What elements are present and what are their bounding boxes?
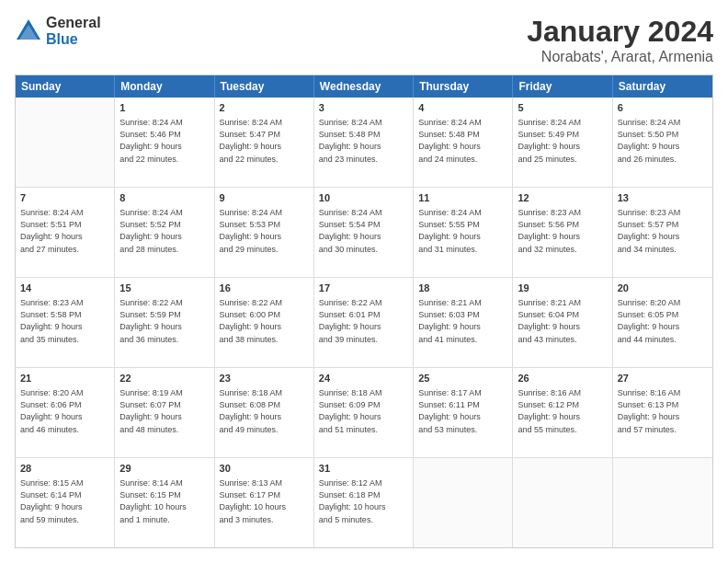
day-number: 23 — [220, 372, 309, 385]
day-number: 15 — [119, 282, 209, 295]
day-number: 18 — [418, 282, 507, 295]
day-info: Sunrise: 8:24 AM Sunset: 5:52 PM Dayligh… — [119, 207, 209, 255]
day-number: 11 — [418, 191, 507, 205]
day-info: Sunrise: 8:22 AM Sunset: 6:01 PM Dayligh… — [319, 297, 408, 345]
header-day-monday: Monday — [115, 75, 214, 98]
logo: General Blue — [15, 15, 101, 47]
day-cell-15: 15Sunrise: 8:22 AM Sunset: 5:59 PM Dayli… — [115, 278, 214, 367]
day-cell-22: 22Sunrise: 8:19 AM Sunset: 6:07 PM Dayli… — [115, 368, 214, 457]
day-info: Sunrise: 8:13 AM Sunset: 6:17 PM Dayligh… — [220, 477, 309, 525]
day-cell-24: 24Sunrise: 8:18 AM Sunset: 6:09 PM Dayli… — [314, 368, 414, 457]
day-number: 17 — [319, 282, 408, 295]
location-title: Norabats', Ararat, Armenia — [527, 49, 713, 65]
logo-general: General — [46, 15, 101, 31]
day-number: 12 — [518, 191, 607, 205]
calendar-body: 1Sunrise: 8:24 AM Sunset: 5:46 PM Daylig… — [16, 98, 712, 547]
day-info: Sunrise: 8:20 AM Sunset: 6:05 PM Dayligh… — [618, 297, 708, 345]
header-day-tuesday: Tuesday — [215, 75, 314, 98]
day-number: 8 — [119, 191, 209, 205]
day-info: Sunrise: 8:24 AM Sunset: 5:51 PM Dayligh… — [20, 207, 109, 255]
day-cell-27: 27Sunrise: 8:16 AM Sunset: 6:13 PM Dayli… — [613, 368, 712, 457]
day-number: 26 — [518, 372, 607, 385]
day-cell-8: 8Sunrise: 8:24 AM Sunset: 5:52 PM Daylig… — [115, 188, 214, 277]
day-number: 21 — [20, 372, 109, 385]
empty-cell-4-6 — [613, 458, 712, 547]
day-number: 20 — [618, 282, 708, 295]
day-cell-13: 13Sunrise: 8:23 AM Sunset: 5:57 PM Dayli… — [613, 188, 712, 277]
week-row-1: 7Sunrise: 8:24 AM Sunset: 5:51 PM Daylig… — [16, 188, 712, 278]
day-info: Sunrise: 8:16 AM Sunset: 6:13 PM Dayligh… — [618, 387, 708, 435]
logo-icon — [15, 17, 42, 45]
week-row-4: 28Sunrise: 8:15 AM Sunset: 6:14 PM Dayli… — [16, 458, 712, 547]
day-number: 16 — [220, 282, 309, 295]
page: General Blue January 2024 Norabats', Ara… — [0, 0, 728, 563]
day-info: Sunrise: 8:18 AM Sunset: 6:08 PM Dayligh… — [220, 387, 309, 435]
day-number: 5 — [518, 101, 607, 115]
month-title: January 2024 — [527, 15, 713, 49]
day-info: Sunrise: 8:24 AM Sunset: 5:55 PM Dayligh… — [418, 207, 507, 255]
day-info: Sunrise: 8:24 AM Sunset: 5:48 PM Dayligh… — [319, 117, 408, 165]
day-cell-30: 30Sunrise: 8:13 AM Sunset: 6:17 PM Dayli… — [215, 458, 314, 547]
day-number: 13 — [618, 191, 708, 205]
day-cell-2: 2Sunrise: 8:24 AM Sunset: 5:47 PM Daylig… — [215, 98, 314, 187]
week-row-0: 1Sunrise: 8:24 AM Sunset: 5:46 PM Daylig… — [16, 98, 712, 188]
day-cell-16: 16Sunrise: 8:22 AM Sunset: 6:00 PM Dayli… — [215, 278, 314, 367]
day-number: 28 — [20, 462, 109, 476]
day-number: 22 — [119, 372, 209, 385]
header: General Blue January 2024 Norabats', Ara… — [15, 15, 713, 65]
day-number: 14 — [20, 282, 109, 295]
day-cell-10: 10Sunrise: 8:24 AM Sunset: 5:54 PM Dayli… — [314, 188, 414, 277]
day-info: Sunrise: 8:24 AM Sunset: 5:49 PM Dayligh… — [518, 117, 607, 165]
title-block: January 2024 Norabats', Ararat, Armenia — [527, 15, 713, 65]
day-number: 24 — [319, 372, 408, 385]
day-number: 6 — [618, 101, 708, 115]
day-info: Sunrise: 8:19 AM Sunset: 6:07 PM Dayligh… — [119, 387, 209, 435]
header-day-friday: Friday — [513, 75, 612, 98]
logo-text: General Blue — [46, 15, 101, 47]
day-info: Sunrise: 8:17 AM Sunset: 6:11 PM Dayligh… — [418, 387, 507, 435]
day-cell-19: 19Sunrise: 8:21 AM Sunset: 6:04 PM Dayli… — [513, 278, 612, 367]
day-number: 31 — [319, 462, 408, 476]
logo-blue: Blue — [46, 31, 101, 48]
day-cell-9: 9Sunrise: 8:24 AM Sunset: 5:53 PM Daylig… — [215, 188, 314, 277]
day-cell-11: 11Sunrise: 8:24 AM Sunset: 5:55 PM Dayli… — [414, 188, 513, 277]
day-number: 9 — [220, 191, 309, 205]
day-number: 2 — [220, 101, 309, 115]
day-info: Sunrise: 8:21 AM Sunset: 6:04 PM Dayligh… — [518, 297, 607, 345]
header-day-sunday: Sunday — [16, 75, 115, 98]
day-info: Sunrise: 8:16 AM Sunset: 6:12 PM Dayligh… — [518, 387, 607, 435]
empty-cell-4-5 — [513, 458, 612, 547]
day-number: 7 — [20, 191, 109, 205]
header-day-saturday: Saturday — [613, 75, 712, 98]
day-cell-20: 20Sunrise: 8:20 AM Sunset: 6:05 PM Dayli… — [613, 278, 712, 367]
empty-cell-0-0 — [16, 98, 115, 187]
week-row-2: 14Sunrise: 8:23 AM Sunset: 5:58 PM Dayli… — [16, 278, 712, 368]
empty-cell-4-4 — [414, 458, 513, 547]
day-info: Sunrise: 8:24 AM Sunset: 5:48 PM Dayligh… — [418, 117, 507, 165]
day-cell-12: 12Sunrise: 8:23 AM Sunset: 5:56 PM Dayli… — [513, 188, 612, 277]
day-info: Sunrise: 8:24 AM Sunset: 5:50 PM Dayligh… — [618, 117, 708, 165]
day-cell-28: 28Sunrise: 8:15 AM Sunset: 6:14 PM Dayli… — [16, 458, 115, 547]
day-info: Sunrise: 8:24 AM Sunset: 5:53 PM Dayligh… — [220, 207, 309, 255]
day-cell-7: 7Sunrise: 8:24 AM Sunset: 5:51 PM Daylig… — [16, 188, 115, 277]
day-cell-31: 31Sunrise: 8:12 AM Sunset: 6:18 PM Dayli… — [314, 458, 414, 547]
day-info: Sunrise: 8:22 AM Sunset: 6:00 PM Dayligh… — [220, 297, 309, 345]
day-cell-21: 21Sunrise: 8:20 AM Sunset: 6:06 PM Dayli… — [16, 368, 115, 457]
day-info: Sunrise: 8:23 AM Sunset: 5:58 PM Dayligh… — [20, 297, 109, 345]
day-info: Sunrise: 8:12 AM Sunset: 6:18 PM Dayligh… — [319, 477, 408, 525]
day-info: Sunrise: 8:24 AM Sunset: 5:46 PM Dayligh… — [119, 117, 209, 165]
day-info: Sunrise: 8:24 AM Sunset: 5:47 PM Dayligh… — [220, 117, 309, 165]
day-info: Sunrise: 8:21 AM Sunset: 6:03 PM Dayligh… — [418, 297, 507, 345]
day-cell-5: 5Sunrise: 8:24 AM Sunset: 5:49 PM Daylig… — [513, 98, 612, 187]
day-number: 10 — [319, 191, 408, 205]
day-info: Sunrise: 8:20 AM Sunset: 6:06 PM Dayligh… — [20, 387, 109, 435]
day-info: Sunrise: 8:24 AM Sunset: 5:54 PM Dayligh… — [319, 207, 408, 255]
day-info: Sunrise: 8:23 AM Sunset: 5:57 PM Dayligh… — [618, 207, 708, 255]
header-day-wednesday: Wednesday — [314, 75, 414, 98]
day-cell-3: 3Sunrise: 8:24 AM Sunset: 5:48 PM Daylig… — [314, 98, 414, 187]
day-number: 25 — [418, 372, 507, 385]
day-info: Sunrise: 8:18 AM Sunset: 6:09 PM Dayligh… — [319, 387, 408, 435]
day-number: 3 — [319, 101, 408, 115]
week-row-3: 21Sunrise: 8:20 AM Sunset: 6:06 PM Dayli… — [16, 368, 712, 458]
day-cell-14: 14Sunrise: 8:23 AM Sunset: 5:58 PM Dayli… — [16, 278, 115, 367]
